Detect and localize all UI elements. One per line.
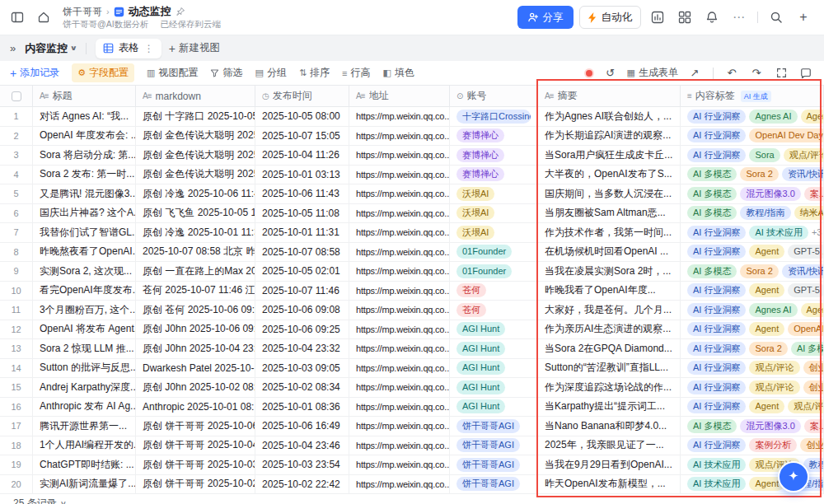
dashboard-icon[interactable]: [647, 7, 668, 28]
option-tag[interactable]: AI 技术应用: [687, 477, 746, 491]
cell-publish-time[interactable]: 2025-10-06 11:43: [255, 184, 349, 203]
cell-url[interactable]: https://mp.weixin.qq.co...: [349, 166, 450, 184]
cell-title[interactable]: Anthropic 发布 AI Ag...: [33, 398, 136, 417]
cell-summary[interactable]: 作为长期追踪AI演进的观察...: [538, 127, 681, 146]
cell-account[interactable]: 沃垠AI: [450, 184, 538, 203]
cell-summary[interactable]: 在机场候机时回看OpenAI ...: [538, 243, 681, 262]
cell-title[interactable]: 昨晚熬夜看了OpenAI...: [33, 243, 136, 262]
table-row[interactable]: 20实测AI新词流量爆了...原创 饼干哥哥 2025-10-02 ...202…: [0, 475, 824, 495]
add-icon[interactable]: +: [793, 7, 814, 28]
option-tag[interactable]: Agent: [749, 245, 784, 259]
option-tag[interactable]: 创业者/...: [803, 361, 824, 375]
cell-account[interactable]: 赛博禅心: [450, 166, 538, 184]
cell-content-tags[interactable]: AI 行业洞察Agent观点/评论+1: [681, 398, 824, 417]
cell-title[interactable]: 我替你们试了智谱GL...: [33, 223, 136, 242]
cell-account[interactable]: 沃垠AI: [450, 223, 538, 242]
option-tag[interactable]: Agent: [749, 399, 784, 413]
cell-content-tags[interactable]: AI 行业洞察Agnes AIAgent+2: [681, 107, 824, 126]
cell-publish-time[interactable]: 2025-10-02 08:34: [255, 378, 349, 397]
cell-publish-time[interactable]: 2025-10-07 08:58: [255, 243, 349, 262]
table-row[interactable]: 12OpenAI 将发布 Agent...原创 J0hn 2025-10-06 …: [0, 320, 824, 340]
cell-url[interactable]: https://mp.weixin.qq.co...: [349, 184, 450, 203]
filter-button[interactable]: 筛选: [210, 66, 242, 80]
home-icon[interactable]: [33, 7, 54, 28]
kebab-icon[interactable]: ⋮: [144, 43, 154, 54]
cell-publish-time[interactable]: 2025-10-03 23:54: [255, 455, 349, 474]
cell-publish-time[interactable]: 2025-10-06 09:25: [255, 320, 349, 339]
column-header-markdown[interactable]: A≡markdown: [136, 86, 255, 106]
option-tag[interactable]: Agent: [801, 303, 824, 317]
cell-publish-time[interactable]: 2025-10-04 23:46: [255, 436, 349, 455]
option-tag[interactable]: AGI Hunt: [456, 342, 505, 356]
cell-title[interactable]: 又是腾讯! 混元图像3...: [33, 184, 136, 203]
more-icon[interactable]: ⋯: [728, 7, 750, 28]
option-tag[interactable]: 沃垠AI: [456, 187, 494, 201]
option-tag[interactable]: AI 多模态: [687, 206, 737, 220]
cell-account[interactable]: 赛博禅心: [450, 127, 538, 146]
table-row[interactable]: 8昨晚熬夜看了OpenAI...2025-10-07 08:58 北京 昨...…: [0, 243, 824, 263]
cell-url[interactable]: https://mp.weixin.qq.co...: [349, 223, 450, 242]
cell-markdown[interactable]: Anthropic 2025-10-01 08:...: [136, 398, 255, 417]
cell-markdown[interactable]: 苍何 2025-10-07 11:46 江...: [136, 282, 255, 301]
cell-url[interactable]: https://mp.weixin.qq.co...: [349, 436, 450, 455]
option-tag[interactable]: 混元图像3.0: [740, 419, 800, 433]
sidebar-toggle-icon[interactable]: [7, 7, 28, 28]
option-tag[interactable]: Agent: [749, 283, 784, 297]
option-tag[interactable]: AI 技术应用: [749, 226, 808, 240]
option-tag[interactable]: AI 行业洞察: [687, 361, 746, 375]
cell-account[interactable]: 饼干哥哥AGI: [450, 436, 538, 455]
search-icon[interactable]: [765, 7, 787, 28]
cell-content-tags[interactable]: AI 行业洞察OpenAI Dev Day...+5: [681, 127, 824, 146]
cell-publish-time[interactable]: 2025-10-06 09:08: [255, 301, 349, 320]
cell-markdown[interactable]: 原创 冷逸 2025-10-01 11:31...: [136, 223, 255, 242]
comment-icon[interactable]: [798, 65, 814, 82]
cell-summary[interactable]: 作为Agnes AI联合创始人，...: [538, 107, 681, 126]
cell-title[interactable]: 实测Sora 2, 这次现...: [33, 262, 136, 281]
cell-account[interactable]: AGI Hunt: [450, 339, 538, 358]
cell-markdown[interactable]: 原创 金色传说大聪明 2025-...: [136, 166, 255, 184]
cell-title[interactable]: 看完OpenAI年度发布...: [33, 282, 136, 301]
generate-form-button[interactable]: ▦生成表单: [627, 66, 678, 80]
cell-url[interactable]: https://mp.weixin.qq.co...: [349, 282, 450, 301]
option-tag[interactable]: AI 行业洞察: [687, 110, 746, 124]
option-tag[interactable]: AI 多模...: [791, 342, 824, 356]
add-record-button[interactable]: +添加记录: [10, 66, 59, 80]
option-tag[interactable]: 创业...: [803, 380, 824, 394]
cell-title[interactable]: Sora 2 发布: 第一时...: [33, 166, 136, 184]
table-row[interactable]: 7我替你们试了智谱GL...原创 冷逸 2025-10-01 11:31...2…: [0, 223, 824, 243]
option-tag[interactable]: OpenAI Dev Day...: [749, 128, 824, 142]
chevron-down-icon[interactable]: ∨: [60, 500, 67, 504]
field-config-button[interactable]: ⚙字段配置: [72, 63, 134, 82]
cell-summary[interactable]: 当Sora用户疯狂生成皮卡丘...: [538, 146, 681, 165]
option-tag[interactable]: Agent: [801, 110, 824, 124]
option-tag[interactable]: 资讯/快讯: [782, 167, 824, 181]
cell-content-tags[interactable]: AI 行业洞察观点/评论创业者/...+2: [681, 359, 824, 378]
row-height-button[interactable]: ≡行高: [342, 66, 370, 80]
option-tag[interactable]: 观点/评论: [749, 361, 799, 375]
cell-markdown[interactable]: 原创 飞飞鱼 2025-10-05 11:...: [136, 204, 255, 223]
cell-url[interactable]: https://mp.weixin.qq.co...: [349, 339, 450, 358]
cell-content-tags[interactable]: AI 行业洞察AgentOpenAI...+1: [681, 320, 824, 339]
option-tag[interactable]: 案例分析: [749, 438, 797, 452]
cell-url[interactable]: https://mp.weixin.qq.co...: [349, 204, 450, 223]
cell-title[interactable]: 腾讯开源世界第一...: [33, 417, 136, 436]
ai-assistant-fab[interactable]: [778, 461, 809, 492]
redo-icon[interactable]: ↷: [748, 65, 765, 82]
table-row[interactable]: 1对话 Agnes AI: “我...原创 十字路口 2025-10-05 ..…: [0, 107, 824, 127]
table-row[interactable]: 19ChatGPT即时结账: ...原创 饼干哥哥 2025-10-03 ...…: [0, 455, 824, 475]
option-tag[interactable]: 资讯/快讯: [782, 264, 824, 278]
share-button[interactable]: 分享: [517, 6, 574, 29]
option-tag[interactable]: AGI Hunt: [456, 322, 505, 336]
table-row[interactable]: 2OpenAI 年度发布会: ...原创 金色传说大聪明 2025-...202…: [0, 127, 824, 147]
cell-url[interactable]: https://mp.weixin.qq.co...: [349, 455, 450, 474]
option-tag[interactable]: AI 行业洞察: [687, 303, 746, 317]
cell-markdown[interactable]: Dwarkesh Patel 2025-10-...: [136, 359, 255, 378]
cell-summary[interactable]: 当我在9月29日看到OpenAI...: [538, 455, 681, 474]
option-tag[interactable]: Sora 2: [740, 264, 778, 278]
cell-account[interactable]: 饼干哥哥AGI: [450, 417, 538, 436]
option-tag[interactable]: AGI Hunt: [456, 380, 505, 394]
option-tag[interactable]: AI 多模态: [687, 419, 737, 433]
cell-markdown[interactable]: 原创 一直在路上的Max 202...: [136, 262, 255, 281]
group-button[interactable]: ▤分组: [255, 66, 286, 80]
cell-markdown[interactable]: 原创 J0hn 2025-10-06 09:...: [136, 320, 255, 339]
